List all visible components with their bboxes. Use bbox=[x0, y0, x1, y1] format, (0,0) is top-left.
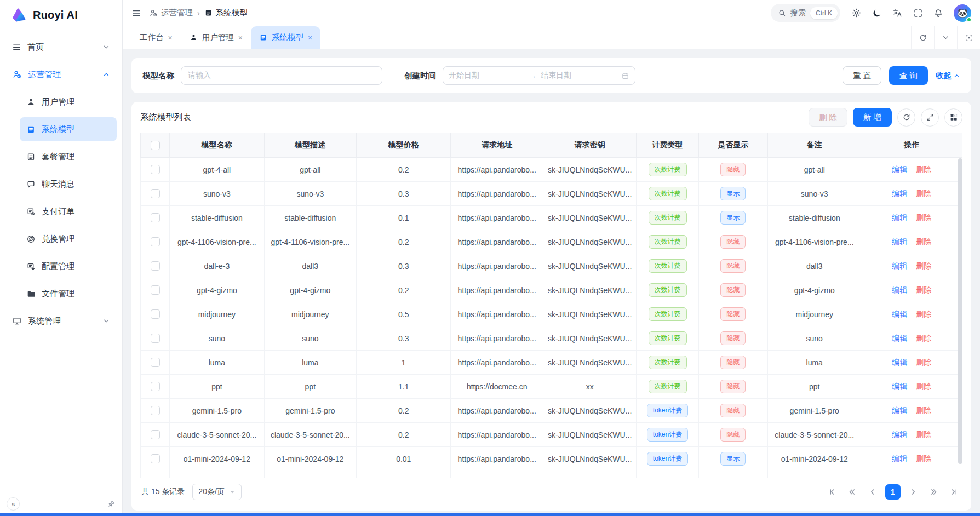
search-button[interactable]: 查 询 bbox=[889, 66, 928, 85]
delete-link[interactable]: 删除 bbox=[916, 285, 931, 294]
sidebar-item-system-model[interactable]: 系统模型 bbox=[20, 117, 117, 141]
sidebar-collapse-button[interactable]: « bbox=[7, 497, 20, 511]
delete-link[interactable]: 删除 bbox=[916, 430, 931, 439]
select-all-checkbox[interactable] bbox=[151, 141, 160, 150]
delete-link[interactable]: 删除 bbox=[916, 261, 931, 270]
row-select-cell bbox=[141, 423, 170, 447]
edit-link[interactable]: 编辑 bbox=[892, 382, 907, 391]
sidebar-item-operations[interactable]: 运营管理 bbox=[5, 62, 117, 87]
prev-page-button[interactable] bbox=[865, 484, 880, 500]
sidebar-item-chat-messages[interactable]: 聊天消息 bbox=[20, 172, 117, 196]
row-checkbox[interactable] bbox=[151, 454, 160, 463]
edit-link[interactable]: 编辑 bbox=[892, 454, 907, 463]
refresh-icon[interactable] bbox=[897, 108, 915, 127]
panel-title: 系统模型列表 bbox=[140, 112, 191, 123]
sidebar-item-config-management[interactable]: 配置管理 bbox=[20, 254, 117, 278]
sidebar-item-user-management[interactable]: 用户管理 bbox=[20, 90, 117, 114]
edit-link[interactable]: 编辑 bbox=[892, 285, 907, 294]
tab-workbench[interactable]: 工作台 × bbox=[131, 26, 181, 49]
hamburger-icon[interactable] bbox=[131, 8, 141, 18]
sidebar-item-payment-orders[interactable]: 支付订单 bbox=[20, 199, 117, 223]
row-checkbox[interactable] bbox=[151, 309, 160, 319]
row-checkbox[interactable] bbox=[151, 430, 160, 439]
focus-mode-icon[interactable] bbox=[957, 26, 980, 49]
edit-link[interactable]: 编辑 bbox=[892, 261, 907, 270]
row-checkbox[interactable] bbox=[151, 213, 160, 222]
edit-link[interactable]: 编辑 bbox=[892, 165, 907, 174]
cell-visible: 隐藏 bbox=[698, 230, 767, 254]
row-checkbox[interactable] bbox=[151, 261, 160, 271]
sidebar-item-system-management[interactable]: 系统管理 bbox=[5, 309, 117, 333]
delete-link[interactable]: 删除 bbox=[916, 334, 931, 342]
model-name-input[interactable]: 请输入 bbox=[181, 66, 382, 85]
breadcrumb-item-operations[interactable]: 运营管理 bbox=[149, 8, 193, 18]
delete-link[interactable]: 删除 bbox=[916, 406, 931, 415]
row-checkbox[interactable] bbox=[151, 165, 160, 174]
sidebar-item-home[interactable]: 首页 bbox=[5, 35, 117, 59]
refresh-icon[interactable] bbox=[911, 26, 934, 49]
edit-link[interactable]: 编辑 bbox=[892, 430, 907, 439]
delete-link[interactable]: 删除 bbox=[916, 454, 931, 463]
date-range-input[interactable]: 开始日期 → 结束日期 bbox=[443, 66, 635, 85]
last-page-button[interactable] bbox=[946, 484, 961, 500]
edit-link[interactable]: 编辑 bbox=[892, 309, 907, 318]
close-icon[interactable]: × bbox=[168, 34, 173, 42]
delete-link[interactable]: 删除 bbox=[916, 382, 931, 391]
delete-link[interactable]: 删除 bbox=[916, 358, 931, 366]
settings-gear-icon[interactable] bbox=[851, 8, 862, 18]
user-avatar[interactable]: 🐼 bbox=[954, 4, 971, 22]
delete-link[interactable]: 删除 bbox=[916, 189, 931, 198]
row-checkbox[interactable] bbox=[151, 189, 160, 198]
sidebar-item-exchange-management[interactable]: 兑换管理 bbox=[20, 227, 117, 251]
row-checkbox[interactable] bbox=[151, 406, 160, 415]
sidebar-item-file-management[interactable]: 文件管理 bbox=[20, 282, 117, 306]
translate-icon[interactable] bbox=[892, 8, 903, 18]
row-checkbox[interactable] bbox=[151, 285, 160, 295]
sidebar-item-package-management[interactable]: 套餐管理 bbox=[20, 145, 117, 169]
page-size-select[interactable]: 20条/页 bbox=[192, 484, 241, 500]
close-icon[interactable]: × bbox=[238, 34, 243, 42]
pin-icon[interactable] bbox=[107, 500, 116, 508]
add-button[interactable]: 新 增 bbox=[853, 108, 892, 127]
edit-link[interactable]: 编辑 bbox=[892, 213, 907, 222]
reset-button[interactable]: 重 置 bbox=[843, 66, 881, 85]
collapse-filter-link[interactable]: 收起 bbox=[936, 71, 960, 81]
global-search[interactable]: 搜索 Ctrl K bbox=[771, 4, 840, 22]
row-checkbox[interactable] bbox=[151, 237, 160, 246]
edit-link[interactable]: 编辑 bbox=[892, 358, 907, 366]
breadcrumb-item-system-model[interactable]: 系统模型 bbox=[204, 8, 248, 18]
expand-icon[interactable] bbox=[921, 108, 939, 127]
delete-link[interactable]: 删除 bbox=[916, 213, 931, 222]
next-5-pages-button[interactable] bbox=[926, 484, 941, 500]
delete-button[interactable]: 删 除 bbox=[809, 108, 847, 127]
scrollbar-thumb[interactable] bbox=[958, 158, 962, 464]
prev-5-pages-button[interactable] bbox=[845, 484, 860, 500]
table-scrollbar[interactable] bbox=[958, 158, 962, 477]
current-page[interactable]: 1 bbox=[885, 484, 901, 500]
delete-link[interactable]: 删除 bbox=[916, 237, 931, 246]
notifications-bell-icon[interactable] bbox=[933, 8, 943, 18]
edit-link[interactable]: 编辑 bbox=[892, 237, 907, 246]
table-row: dall-e-3dall30.3https://api.pandarobo...… bbox=[141, 254, 962, 278]
list-icon bbox=[12, 43, 21, 52]
edit-link[interactable]: 编辑 bbox=[892, 406, 907, 415]
row-checkbox[interactable] bbox=[151, 358, 160, 367]
next-page-button[interactable] bbox=[906, 484, 921, 500]
sidebar-item-label: 用户管理 bbox=[42, 97, 74, 107]
chevron-down-icon[interactable] bbox=[934, 26, 957, 49]
first-page-button[interactable] bbox=[824, 484, 840, 500]
tab-system-model[interactable]: 系统模型 × bbox=[251, 26, 320, 49]
sidebar-item-label: 配置管理 bbox=[42, 261, 74, 272]
dark-mode-moon-icon[interactable] bbox=[872, 8, 882, 18]
tab-user-management[interactable]: 用户管理 × bbox=[181, 26, 251, 49]
delete-link[interactable]: 删除 bbox=[916, 309, 931, 318]
row-checkbox[interactable] bbox=[151, 334, 160, 343]
close-icon[interactable]: × bbox=[308, 34, 312, 42]
document-list-icon bbox=[259, 33, 267, 42]
edit-link[interactable]: 编辑 bbox=[892, 189, 907, 198]
edit-link[interactable]: 编辑 bbox=[892, 334, 907, 342]
delete-link[interactable]: 删除 bbox=[916, 165, 931, 174]
column-settings-icon[interactable] bbox=[944, 108, 962, 127]
row-checkbox[interactable] bbox=[151, 382, 160, 391]
fullscreen-icon[interactable] bbox=[913, 8, 923, 18]
